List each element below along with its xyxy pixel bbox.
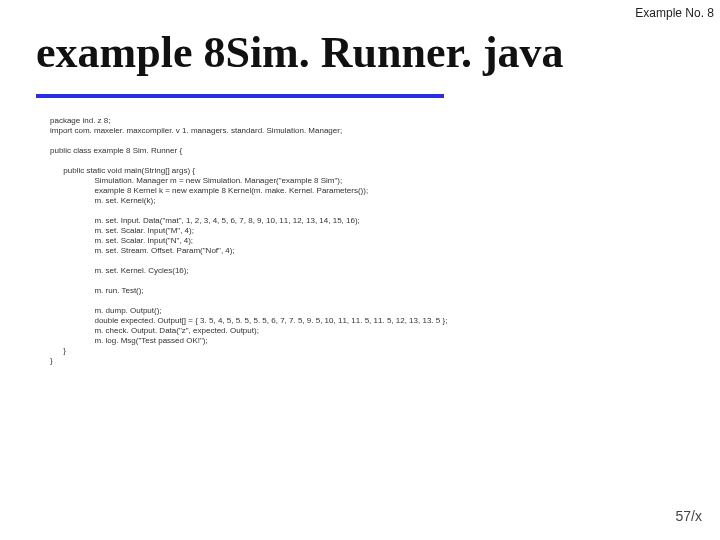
code-block: package ind. z 8; import com. maxeler. m…: [50, 116, 690, 366]
page-title: example 8Sim. Runner. java: [36, 30, 564, 76]
code-line: m. set. Kernel(k);: [50, 196, 155, 205]
code-line: }: [50, 346, 66, 355]
code-line: m. set. Stream. Offset. Param("Nof", 4);: [50, 246, 235, 255]
code-line: m. run. Test();: [50, 286, 144, 295]
code-line: m. set. Kernel. Cycles(16);: [50, 266, 189, 275]
code-line: }: [50, 356, 53, 365]
code-line: m. set. Input. Data("mat", 1, 2, 3, 4, 5…: [50, 216, 360, 225]
code-line: package ind. z 8;: [50, 116, 110, 125]
example-number: Example No. 8: [635, 6, 714, 20]
code-line: import com. maxeler. maxcompiler. v 1. m…: [50, 126, 342, 135]
slide: Example No. 8 example 8Sim. Runner. java…: [0, 0, 720, 540]
code-line: public class example 8 Sim. Runner {: [50, 146, 182, 155]
code-line: example 8 Kernel k = new example 8 Kerne…: [50, 186, 368, 195]
code-line: Simulation. Manager m = new Simulation. …: [50, 176, 342, 185]
code-line: m. log. Msg("Test passed OK!");: [50, 336, 208, 345]
code-line: m. set. Scalar. Input("N", 4);: [50, 236, 193, 245]
title-underline: [36, 94, 444, 98]
code-line: m. check. Output. Data("z", expected. Ou…: [50, 326, 259, 335]
code-line: public static void main(String[] args) {: [50, 166, 195, 175]
code-line: m. set. Scalar. Input("M", 4);: [50, 226, 194, 235]
page-number: 57/x: [676, 508, 702, 524]
code-line: m. dump. Output();: [50, 306, 162, 315]
code-line: double expected. Output[] = { 3. 5, 4, 5…: [50, 316, 447, 325]
